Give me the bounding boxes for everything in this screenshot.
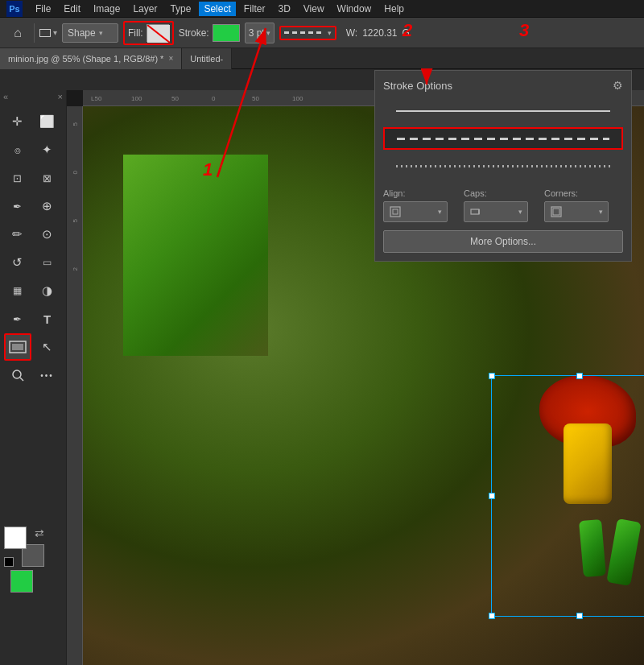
crop-icon: ⊡ (13, 172, 22, 184)
yellow-body-shape (564, 423, 612, 504)
toolbar-collapse-button[interactable]: « (3, 92, 8, 101)
tool-history[interactable]: ↺ (4, 249, 31, 276)
shape-dropdown[interactable]: Shape ▾ (62, 23, 118, 43)
separator-1 (34, 23, 35, 43)
tool-marquee[interactable]: ⬜ (34, 108, 61, 135)
stroke-dashed-option[interactable] (383, 127, 623, 150)
stroke-dotted-option[interactable] (383, 155, 623, 177)
home-button[interactable]: ⌂ (6, 22, 29, 44)
stroke-solid-option[interactable] (383, 100, 623, 122)
ruler-mark-l: 5 (72, 219, 79, 222)
stroke-width-group[interactable]: 3 pt ▾ (245, 23, 275, 43)
stroke-control: Stroke: (179, 24, 240, 42)
tool-zoom[interactable] (4, 361, 31, 389)
menu-image[interactable]: Image (89, 2, 125, 16)
magic-wand-icon: ✦ (42, 142, 52, 157)
tool-lasso[interactable]: ⌾ (4, 136, 31, 163)
canvas-shape-rectangle[interactable] (123, 155, 268, 356)
stroke-type-chevron: ▾ (328, 29, 332, 37)
align-dropdown[interactable]: ▾ (383, 201, 448, 222)
options-bar: ⌂ ▾ Shape ▾ Fill: Stroke: 3 pt ▾ ▾ W: 12… (0, 18, 644, 48)
switch-colors-button[interactable]: ⇄ (35, 527, 44, 539)
svg-rect-11 (553, 209, 559, 215)
direct-select-icon: ↖ (42, 340, 52, 354)
svg-point-4 (13, 370, 21, 378)
fill-control[interactable]: Fill: (123, 21, 174, 45)
tool-magic-wand[interactable]: ✦ (34, 136, 61, 163)
slice-icon: ⊠ (43, 172, 52, 184)
tool-pen[interactable]: ✒ (4, 305, 31, 332)
menu-bar: Ps File Edit Image Layer Type Select Fil… (0, 0, 644, 18)
menu-edit[interactable]: Edit (59, 2, 85, 16)
caps-label: Caps: (464, 188, 528, 198)
panel-gear-icon[interactable]: ⚙ (613, 79, 623, 92)
ruler-mark: L50 (91, 95, 101, 102)
reset-colors-button[interactable] (4, 557, 14, 567)
menu-help[interactable]: Help (379, 2, 409, 16)
tool-rectangle-tool[interactable] (4, 333, 31, 361)
stroke-color-swatch[interactable] (213, 24, 240, 42)
menu-type[interactable]: Type (165, 2, 196, 16)
fill-label: Fill: (128, 27, 143, 39)
tool-more[interactable]: ••• (34, 361, 61, 389)
dodge-icon: ◑ (42, 283, 52, 298)
dotted-line-preview (396, 165, 610, 167)
tool-brush[interactable]: ✏ (4, 221, 31, 248)
menu-select[interactable]: Select (199, 2, 235, 16)
stamp-icon: ⊙ (42, 227, 52, 242)
green-color-swatch[interactable] (10, 570, 33, 593)
tab-1-close[interactable]: × (168, 54, 173, 63)
green-leg1-shape (606, 518, 641, 586)
tab-2[interactable]: Untitled- (182, 48, 232, 69)
gradient-icon: ▦ (13, 285, 22, 296)
corners-dropdown[interactable]: ▾ (544, 201, 609, 222)
marquee-icon: ⬜ (39, 114, 55, 129)
svg-rect-7 (393, 209, 398, 214)
tool-text[interactable]: T (34, 305, 61, 332)
menu-view[interactable]: View (299, 2, 329, 16)
tool-spot-heal[interactable]: ⊕ (34, 192, 61, 220)
eyedropper-icon: ✒ (13, 200, 22, 213)
svg-rect-6 (390, 207, 400, 217)
tab-1-label: minion.jpg @ 55% (Shape 1, RGB/8#) * (8, 54, 163, 64)
menu-layer[interactable]: Layer (128, 2, 162, 16)
menu-3d[interactable]: 3D (273, 2, 295, 16)
svg-rect-8 (471, 209, 479, 214)
align-label: Align: (383, 188, 448, 198)
menu-filter[interactable]: Filter (239, 2, 270, 16)
tool-move[interactable]: ✛ (4, 108, 31, 135)
tool-eraser[interactable]: ▭ (34, 249, 61, 276)
menu-file[interactable]: File (31, 2, 56, 16)
tool-stamp[interactable]: ⊙ (34, 221, 61, 248)
stroke-props-row: Align: ▾ Caps: ▾ Corners: (383, 188, 623, 222)
menu-window[interactable]: Window (332, 2, 377, 16)
tool-crop[interactable]: ⊡ (4, 164, 31, 192)
svg-line-5 (20, 378, 23, 381)
foreground-color-swatch[interactable] (4, 527, 27, 549)
tool-eyedropper[interactable]: ✒ (4, 192, 31, 220)
ruler-mark: 50 (171, 95, 179, 102)
tool-slice[interactable]: ⊠ (34, 164, 61, 192)
stroke-width-value: 3 pt (249, 27, 265, 39)
caps-dropdown[interactable]: ▾ (464, 201, 528, 222)
ruler-mark: 50 (252, 95, 259, 102)
ruler-left: 5 0 5 2 (67, 106, 83, 665)
tab-2-label: Untitled- (190, 54, 223, 64)
toolbar-close-button[interactable]: × (58, 92, 63, 101)
green-leg2-shape (579, 519, 606, 577)
corners-icon (550, 205, 563, 218)
history-icon: ↺ (12, 255, 23, 270)
ruler-mark: 100 (292, 95, 303, 102)
extra-color-area (4, 570, 44, 593)
zoom-icon (11, 369, 24, 382)
more-options-button[interactable]: More Options... (383, 230, 623, 253)
spot-heal-icon: ⊕ (42, 199, 52, 213)
align-chevron: ▾ (438, 208, 442, 216)
stroke-type-control[interactable]: ▾ (279, 26, 336, 40)
align-group: Align: ▾ (383, 188, 448, 222)
tab-1[interactable]: minion.jpg @ 55% (Shape 1, RGB/8#) * × (0, 48, 182, 69)
tool-dodge[interactable]: ◑ (34, 277, 61, 304)
tool-gradient[interactable]: ▦ (4, 277, 31, 304)
fill-swatch[interactable] (147, 24, 169, 42)
tool-direct-select[interactable]: ↖ (34, 333, 61, 361)
